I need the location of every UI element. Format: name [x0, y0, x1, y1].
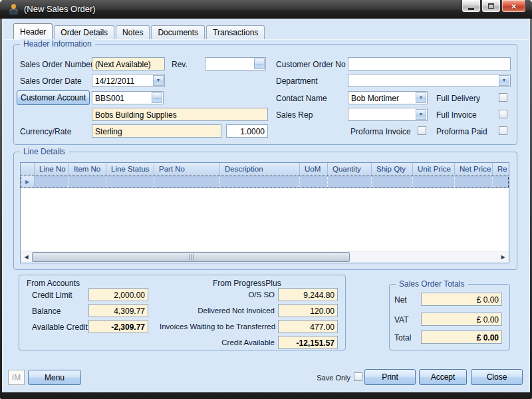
sales-order-number-field[interactable]: (Next Available): [92, 57, 165, 70]
line-details-grid: Line No Item No Line Status Part No Desc…: [20, 162, 509, 263]
grid-cell[interactable]: [413, 176, 455, 188]
close-button[interactable]: Close: [471, 369, 523, 385]
rev-label: Rev.: [172, 60, 188, 69]
grid-new-row-selected[interactable]: ▶: [21, 176, 509, 188]
grid-cell[interactable]: [154, 176, 220, 188]
net-field[interactable]: £ 0.00: [421, 293, 502, 306]
customer-order-no-field[interactable]: [348, 57, 511, 70]
window-new-sales-order: (New Sales Order) × Header Order Details…: [0, 0, 532, 399]
column-header-ship-qty[interactable]: Ship Qty: [372, 163, 413, 176]
contact-name-combo[interactable]: Bob Mortimer ▼: [348, 91, 428, 104]
grid-selector-header: [21, 163, 35, 176]
delivered-not-invoiced-label: Delivered Not Invoiced: [180, 307, 275, 315]
grid-cell[interactable]: [300, 176, 328, 188]
from-accounts-title: From Accounts: [27, 279, 80, 288]
department-label: Department: [276, 76, 318, 86]
column-header-item-no[interactable]: Item No: [69, 163, 106, 176]
grid-cell[interactable]: [69, 176, 106, 188]
tab-notes[interactable]: Notes: [116, 25, 150, 39]
person-icon: [9, 4, 19, 15]
grid-cell[interactable]: [35, 176, 69, 188]
column-header-uom[interactable]: UoM: [300, 163, 328, 176]
department-combo[interactable]: ▼: [348, 74, 511, 87]
save-only-checkbox[interactable]: [354, 372, 362, 381]
vat-field[interactable]: £ 0.00: [421, 313, 502, 326]
tab-header[interactable]: Header: [13, 23, 53, 39]
invoices-waiting-field[interactable]: 477.00: [278, 320, 338, 333]
tab-order-details[interactable]: Order Details: [54, 25, 114, 39]
menu-button[interactable]: Menu: [28, 370, 81, 385]
print-button[interactable]: Print: [364, 369, 416, 385]
full-invoice-checkbox[interactable]: [499, 110, 507, 118]
grid-cell[interactable]: [455, 176, 493, 188]
proforma-invoice-checkbox[interactable]: [418, 126, 426, 135]
sales-rep-dropdown-button[interactable]: ▼: [416, 109, 426, 120]
column-header-line-no[interactable]: Line No: [35, 163, 69, 176]
available-credit-field[interactable]: -2,309.77: [88, 320, 148, 333]
column-header-quantity[interactable]: Quantity: [328, 163, 372, 176]
rev-field[interactable]: …: [205, 57, 266, 70]
customer-name-field[interactable]: Bobs Building Supplies: [92, 108, 268, 121]
rev-lookup-button[interactable]: …: [254, 59, 265, 69]
column-header-line-status[interactable]: Line Status: [106, 163, 154, 176]
balance-field[interactable]: 4,309.77: [88, 304, 148, 317]
tab-transactions[interactable]: Transactions: [206, 25, 265, 39]
grid-cell[interactable]: [493, 176, 509, 188]
balance-label: Balance: [32, 307, 61, 316]
proforma-paid-label: Proforma Paid: [436, 127, 487, 136]
credit-limit-field[interactable]: 2,000.00: [88, 288, 148, 301]
contact-name-label: Contact Name: [276, 94, 327, 103]
grid-cell[interactable]: [328, 176, 372, 188]
sales-rep-label: Sales Rep: [276, 110, 313, 120]
scrollbar-track[interactable]: [32, 251, 497, 263]
customer-account-button[interactable]: Customer Account: [17, 90, 90, 105]
scrollbar-thumb[interactable]: [32, 252, 350, 262]
total-label: Total: [394, 333, 411, 342]
contact-name-dropdown-button[interactable]: ▼: [416, 92, 426, 103]
grid-cell[interactable]: [106, 176, 154, 188]
column-header-req[interactable]: Re: [493, 163, 509, 176]
column-header-part-no[interactable]: Part No: [154, 163, 220, 176]
credit-available-field[interactable]: -12,151.57: [278, 336, 338, 349]
window-title: (New Sales Order): [24, 0, 96, 18]
ellipsis-icon: …: [155, 92, 160, 103]
full-invoice-label: Full Invoice: [436, 110, 477, 120]
grid-cell[interactable]: [220, 176, 300, 188]
delivered-not-invoiced-field[interactable]: 120.00: [278, 304, 338, 317]
accept-button[interactable]: Accept: [419, 369, 467, 385]
total-field[interactable]: £ 0.00: [421, 331, 502, 344]
grid-header-row: Line No Item No Line Status Part No Desc…: [21, 163, 509, 176]
sales-order-date-dropdown-button[interactable]: ▼: [153, 75, 164, 86]
os-so-field[interactable]: 9,244.80: [278, 288, 338, 301]
credit-available-label: Credit Available: [180, 338, 275, 346]
minimize-icon: [468, 8, 474, 10]
full-delivery-checkbox[interactable]: [499, 93, 507, 102]
customer-account-lookup-button[interactable]: …: [152, 92, 162, 103]
chevron-down-icon: ▼: [156, 75, 161, 86]
department-dropdown-button[interactable]: ▼: [499, 75, 509, 86]
sales-order-date-combo[interactable]: 14/12/2011 ▼: [92, 74, 165, 87]
currency-field[interactable]: Sterling: [92, 124, 221, 138]
maximize-button[interactable]: [481, 0, 501, 13]
column-header-unit-price[interactable]: Unit Price: [413, 163, 455, 176]
minimize-button[interactable]: [462, 0, 481, 13]
close-window-button[interactable]: ×: [501, 0, 526, 13]
column-header-description[interactable]: Description: [220, 163, 300, 176]
column-header-net-price[interactable]: Net Price: [455, 163, 493, 176]
scroll-left-button[interactable]: ◀: [21, 251, 32, 263]
sales-order-totals-title: Sales Order Totals: [396, 279, 468, 289]
title-bar[interactable]: (New Sales Order): [0, 0, 532, 19]
horizontal-scrollbar[interactable]: ◀ ▶: [21, 251, 509, 263]
sales-rep-combo[interactable]: ▼: [348, 108, 428, 121]
rate-field[interactable]: 1.0000: [226, 124, 268, 138]
im-indicator: IM: [8, 370, 25, 385]
row-selector-cell[interactable]: ▶: [21, 176, 35, 188]
grid-cell[interactable]: [372, 176, 413, 188]
chevron-down-icon: ▼: [502, 75, 507, 86]
customer-account-field[interactable]: BBS001 …: [92, 91, 164, 104]
tab-documents[interactable]: Documents: [151, 25, 205, 39]
line-details-title: Line Details: [20, 147, 68, 156]
scroll-right-button[interactable]: ▶: [497, 251, 509, 263]
close-icon: ×: [511, 1, 517, 11]
proforma-paid-checkbox[interactable]: [499, 126, 507, 135]
